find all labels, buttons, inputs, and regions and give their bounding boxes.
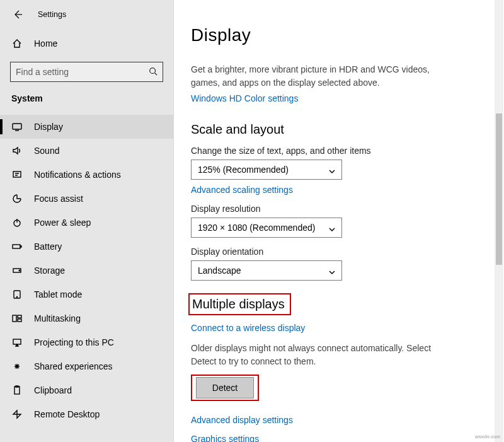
tablet-icon xyxy=(11,289,23,300)
sidebar-item-label: Display xyxy=(34,122,63,132)
sidebar-item-label: Storage xyxy=(34,265,65,276)
scrollbar[interactable] xyxy=(495,0,503,442)
svg-point-0 xyxy=(150,67,156,73)
sidebar-item-label: Multitasking xyxy=(34,313,81,323)
resolution-label: Display resolution xyxy=(191,204,485,214)
clipboard-icon xyxy=(11,385,23,396)
wireless-display-link[interactable]: Connect to a wireless display xyxy=(191,323,485,333)
orientation-select[interactable]: Landscape xyxy=(191,260,342,281)
sidebar-item-battery[interactable]: Battery xyxy=(0,235,173,259)
sidebar-item-label: Shared experiences xyxy=(34,361,113,371)
sidebar-item-remote[interactable]: Remote Desktop xyxy=(0,402,173,426)
sidebar-item-notifications[interactable]: Notifications & actions xyxy=(0,163,173,187)
home-label: Home xyxy=(34,38,57,49)
svg-rect-11 xyxy=(18,315,21,318)
display-icon xyxy=(11,121,23,132)
sidebar-item-label: Focus assist xyxy=(34,194,83,204)
shared-icon xyxy=(11,361,23,372)
sidebar-item-clipboard[interactable]: Clipboard xyxy=(0,378,173,402)
detect-description: Older displays might not always connect … xyxy=(191,342,443,368)
page-title: Display xyxy=(191,25,485,45)
titlebar: Settings xyxy=(0,0,173,29)
svg-rect-10 xyxy=(13,315,16,322)
sound-icon xyxy=(11,145,23,156)
window-title: Settings xyxy=(38,10,66,19)
resolution-select[interactable]: 1920 × 1080 (Recommended) xyxy=(191,218,342,238)
content-pane: Display Get a brighter, more vibrant pic… xyxy=(175,0,504,442)
svg-rect-5 xyxy=(20,246,21,247)
watermark: wsxdn.com xyxy=(475,434,500,439)
scale-value: 125% (Recommended) xyxy=(198,165,289,175)
sidebar-item-label: Notifications & actions xyxy=(34,170,121,180)
sidebar-item-label: Sound xyxy=(34,146,59,156)
scale-select[interactable]: 125% (Recommended) xyxy=(191,160,342,180)
sidebar-item-label: Battery xyxy=(34,241,62,252)
detect-button-label: Detect xyxy=(212,383,238,393)
category-label: System xyxy=(0,86,173,108)
back-icon[interactable] xyxy=(13,9,23,20)
sidebar-item-focus[interactable]: Focus assist xyxy=(0,187,173,211)
hdr-settings-link[interactable]: Windows HD Color settings xyxy=(191,93,485,103)
svg-rect-12 xyxy=(18,319,21,322)
sidebar-item-shared[interactable]: Shared experiences xyxy=(0,354,173,378)
focus-icon xyxy=(11,193,23,204)
chevron-down-icon xyxy=(329,267,335,274)
advanced-scaling-link[interactable]: Advanced scaling settings xyxy=(191,185,485,195)
search-input[interactable]: Find a setting xyxy=(10,62,163,82)
nav-list: Display Sound Notifications & actions Fo… xyxy=(0,115,173,426)
sidebar-item-label: Remote Desktop xyxy=(34,409,100,419)
resolution-value: 1920 × 1080 (Recommended) xyxy=(198,223,315,233)
sidebar-item-label: Clipboard xyxy=(34,385,72,395)
chevron-down-icon xyxy=(329,224,335,231)
chevron-down-icon xyxy=(329,166,335,173)
sidebar-item-power[interactable]: Power & sleep xyxy=(0,211,173,235)
battery-icon xyxy=(11,241,23,252)
remote-icon xyxy=(11,409,23,420)
detect-button[interactable]: Detect xyxy=(196,377,254,398)
scale-label: Change the size of text, apps, and other… xyxy=(191,146,485,156)
multiple-displays-heading: Multiple displays xyxy=(192,297,285,311)
storage-icon xyxy=(11,265,23,276)
projecting-icon xyxy=(11,337,23,348)
sidebar-item-label: Projecting to this PC xyxy=(34,337,114,347)
sidebar-item-sound[interactable]: Sound xyxy=(0,139,173,163)
sidebar-item-label: Power & sleep xyxy=(34,218,91,228)
sidebar-item-multitasking[interactable]: Multitasking xyxy=(0,306,173,330)
multiple-displays-highlight: Multiple displays xyxy=(188,293,291,315)
advanced-display-link[interactable]: Advanced display settings xyxy=(191,415,485,425)
search-placeholder: Find a setting xyxy=(16,67,69,77)
svg-rect-4 xyxy=(13,245,20,248)
hdr-description: Get a brighter, more vibrant picture in … xyxy=(191,63,443,90)
svg-rect-1 xyxy=(13,124,21,129)
sidebar: Settings Home Find a setting System Disp… xyxy=(0,0,174,442)
svg-rect-14 xyxy=(14,387,20,394)
orientation-label: Display orientation xyxy=(191,247,485,257)
power-icon xyxy=(11,217,23,228)
sidebar-item-tablet[interactable]: Tablet mode xyxy=(0,282,173,306)
home-icon xyxy=(11,38,23,49)
sidebar-home[interactable]: Home xyxy=(0,32,173,55)
svg-point-9 xyxy=(16,296,17,297)
sidebar-item-projecting[interactable]: Projecting to this PC xyxy=(0,330,173,354)
svg-point-7 xyxy=(19,270,20,271)
sidebar-item-label: Tablet mode xyxy=(34,289,82,300)
scrollbar-thumb[interactable] xyxy=(496,113,502,265)
svg-rect-2 xyxy=(13,172,21,177)
notifications-icon xyxy=(11,169,23,180)
orientation-value: Landscape xyxy=(198,265,241,276)
search-icon xyxy=(149,67,158,78)
sidebar-item-storage[interactable]: Storage xyxy=(0,259,173,282)
sidebar-item-display[interactable]: Display xyxy=(0,115,173,139)
detect-highlight: Detect xyxy=(191,375,259,401)
multitasking-icon xyxy=(11,313,23,324)
graphics-settings-link[interactable]: Graphics settings xyxy=(191,434,485,442)
scale-heading: Scale and layout xyxy=(191,122,485,137)
